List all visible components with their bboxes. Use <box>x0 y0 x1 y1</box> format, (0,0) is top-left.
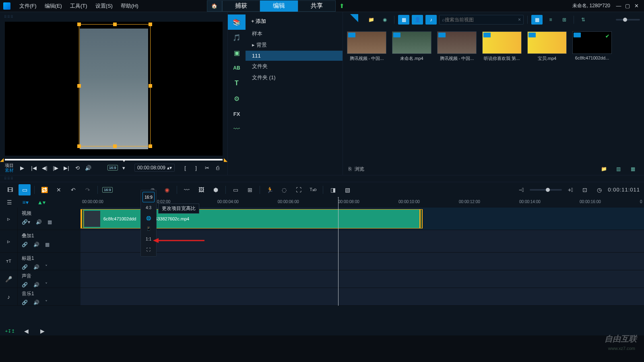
track-add-icon[interactable]: ≡▾ <box>19 197 31 208</box>
upload-icon[interactable]: ⬆ <box>336 0 348 12</box>
menu-help[interactable]: 帮助(H) <box>117 2 142 10</box>
maximize-icon[interactable]: ▢ <box>623 2 632 10</box>
resize-dropdown-icon[interactable]: ▾ <box>119 163 129 173</box>
mark-in-icon[interactable]: [ <box>180 163 190 173</box>
clock-icon[interactable]: ◷ <box>593 184 605 195</box>
3d-title-icon[interactable]: T₃ᴅ <box>307 184 319 195</box>
tree-background[interactable]: ▸ 背景 <box>246 39 343 51</box>
library-thumb[interactable]: 腾讯视频 - 中国... <box>437 31 477 62</box>
view-list-icon[interactable]: ≡ <box>545 15 556 25</box>
aspect-option-globe-icon[interactable]: 🌐 <box>142 213 155 223</box>
timeline-lane-music[interactable] <box>80 288 644 306</box>
sort-icon[interactable]: ⇅ <box>578 15 589 25</box>
focus-icon[interactable]: ⛶ <box>293 184 305 195</box>
goto-end-button[interactable]: ▶| <box>62 163 71 173</box>
drag-dots-icon[interactable]: ⠿⠿⠿ <box>0 175 644 182</box>
track-video[interactable]: ▹ 视频🔗▾🔊▦ <box>0 208 80 230</box>
filter-video-icon[interactable]: ▦ <box>398 15 409 25</box>
tree-sample[interactable]: 样本 <box>246 28 343 39</box>
track-overlay[interactable]: ▹ 叠加1🔗🔊▦ <box>0 230 80 253</box>
menu-tools[interactable]: 工具(T) <box>66 2 91 10</box>
selection-box[interactable] <box>79 24 151 146</box>
chroma-icon[interactable]: ◨ <box>327 184 339 195</box>
timeline-playhead[interactable] <box>338 197 339 306</box>
path-icon[interactable]: 〰 <box>228 121 246 137</box>
next-frame-button[interactable]: |▶ <box>51 163 60 173</box>
filter-audio-icon[interactable]: ♪ <box>425 15 437 25</box>
redo-button[interactable]: ↷ <box>82 184 94 195</box>
transition-icon[interactable]: ▣ <box>228 45 246 60</box>
menu-edit[interactable]: 编辑(E) <box>41 2 66 10</box>
library-thumb[interactable]: 听说你喜欢我 第... <box>482 31 522 62</box>
track-motion-icon[interactable]: ◌ <box>278 184 290 195</box>
capture-icon[interactable]: ◉ <box>379 15 390 25</box>
tree-folder-2[interactable]: 文件夹 (1) <box>246 72 343 83</box>
aspect-option-16-9[interactable]: 16:9 <box>142 192 155 202</box>
library-thumb[interactable]: 未命名.mp4 <box>392 31 431 62</box>
import-folder-icon[interactable]: 📁 <box>365 15 377 25</box>
aspect-option-custom-icon[interactable]: ⛶ <box>142 244 155 255</box>
timeline-lane-title[interactable] <box>80 253 644 270</box>
subtitle-icon[interactable]: ▭ <box>229 184 242 195</box>
library-thumb[interactable]: ✔6c8fc471002dd... <box>572 31 612 60</box>
motion-icon[interactable]: 🏃 <box>264 184 276 195</box>
library-thumb[interactable]: 腾讯视频 - 中国... <box>347 31 386 62</box>
tab-edit[interactable]: 编辑 <box>260 0 298 12</box>
mixer-icon[interactable]: ◉ <box>161 184 173 195</box>
title-icon[interactable]: AB <box>228 60 246 76</box>
menu-settings[interactable]: 设置(S) <box>91 2 117 10</box>
audio-icon[interactable]: 🎵 <box>228 30 246 45</box>
aspect-option-4-3[interactable]: 4:3 <box>142 202 155 213</box>
tree-folder-1[interactable]: 文件夹 <box>246 61 343 72</box>
search-clear-icon[interactable]: × <box>518 17 521 23</box>
view-large-icon[interactable]: ▦ <box>531 15 543 25</box>
preview-viewport[interactable] <box>5 22 223 156</box>
split-icon[interactable]: ✂ <box>202 163 212 173</box>
mask-icon[interactable]: ▧ <box>341 184 353 195</box>
home-tab-icon[interactable]: 🏠 <box>207 0 222 12</box>
goto-start-button[interactable]: |◀ <box>29 163 39 173</box>
track-voice[interactable]: 🎤 声音🔗🔊˅ <box>0 270 80 288</box>
lib-panel-icon[interactable]: ▥ <box>613 164 624 174</box>
media-library-icon[interactable]: 📚 <box>228 14 246 30</box>
menu-file[interactable]: 文件(F) <box>15 2 41 10</box>
aspect-ratio-dropdown[interactable]: 16:9 4:3 🌐 📱 1:1 ⛶ <box>140 190 157 257</box>
library-thumb[interactable]: 宝贝.mp4 <box>527 31 567 62</box>
drag-dots-icon[interactable]: ⠿⠿⠿ <box>0 14 227 20</box>
play-button[interactable]: ▶ <box>17 163 28 173</box>
browse-label[interactable]: 浏览 <box>355 166 364 173</box>
preview-scrubber[interactable]: ▾ ◢ ◣ <box>0 159 227 160</box>
aspect-selector-button[interactable]: 16:9 <box>101 184 114 195</box>
add-track-icon[interactable]: +↧↥ <box>4 325 16 337</box>
aspect-option-phone-icon[interactable]: 📱 <box>142 223 155 234</box>
search-field[interactable] <box>445 17 518 23</box>
fit-timeline-icon[interactable]: ⊡ <box>579 184 591 195</box>
replace-icon[interactable]: 🔁 <box>38 184 50 195</box>
track-music[interactable]: ♪ 音乐1🔗🔊˅ <box>0 288 80 306</box>
thumb-size-slider[interactable] <box>616 19 640 21</box>
lib-opts-icon[interactable]: ▦ <box>627 164 638 174</box>
tools-icon[interactable]: ✕ <box>53 184 65 195</box>
search-input[interactable]: ⌕ × <box>439 15 524 25</box>
audio-mixer-icon[interactable]: 〰 <box>181 184 193 195</box>
storyboard-view-icon[interactable]: 🎞 <box>4 184 16 195</box>
tree-folder-111[interactable]: 111 <box>246 51 343 61</box>
tab-share[interactable]: 共享 <box>298 0 336 12</box>
aspect-ratio-button[interactable]: 16:9 <box>107 165 118 171</box>
tab-capture[interactable]: 捕获 <box>222 0 260 12</box>
minimize-icon[interactable]: — <box>614 2 623 10</box>
volume-icon[interactable]: 🔊 <box>83 163 93 173</box>
zoom-slider[interactable] <box>530 189 562 191</box>
zoom-out-button[interactable]: −⃝ <box>515 184 527 195</box>
multi-view-icon[interactable]: ⊞ <box>244 184 256 195</box>
loop-button[interactable]: ⟲ <box>72 163 82 173</box>
timeline-view-icon[interactable]: ▭ <box>19 184 31 195</box>
pin-icon[interactable] <box>347 14 358 25</box>
text-icon[interactable]: T <box>228 76 246 91</box>
scroll-left-icon[interactable]: ◀ <box>20 325 32 337</box>
track-title[interactable]: ᴛT 标题1🔗🔊˅ <box>0 253 80 270</box>
graphics-icon[interactable]: ⚙ <box>228 91 246 106</box>
view-grid-icon[interactable]: ⊞ <box>559 15 570 25</box>
zoom-in-button[interactable]: +⃝ <box>564 184 576 195</box>
timeline-clip[interactable]: 6c8fc471002ddd <box>80 209 145 228</box>
